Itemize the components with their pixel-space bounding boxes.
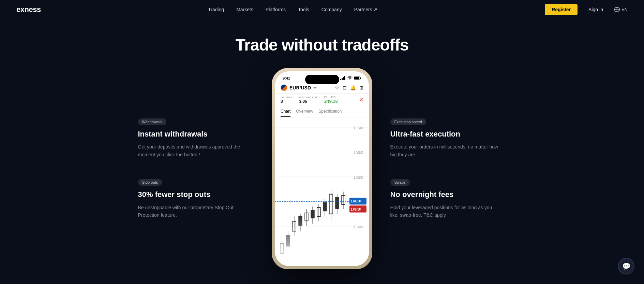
stopouts-badge: Stop outs <box>138 179 162 186</box>
close-position-button[interactable]: ✕ <box>359 97 363 103</box>
volume-label: VOLUME, LOT <box>299 96 317 99</box>
execution-title: Ultra-fast execution <box>390 129 506 139</box>
nav-partners[interactable]: Partners ↗ <box>354 7 378 12</box>
svg-text:1.05780: 1.05780 <box>354 175 363 180</box>
battery-icon <box>354 76 361 80</box>
dropdown-icon[interactable] <box>313 86 317 90</box>
feature-swaps: Swaps No overnight fees Hold your levera… <box>390 179 506 219</box>
pnl-value: 249.18 <box>324 99 338 104</box>
nav-markets[interactable]: Markets <box>236 7 253 12</box>
phone-mockup: 9:41 <box>268 68 377 269</box>
bell-icon[interactable]: 🔔 <box>350 85 356 90</box>
left-features: Withdrawals Instant withdrawals Get your… <box>138 118 268 219</box>
pnl-col: P/L, USD 249.18 <box>324 96 338 104</box>
svg-text:1.06780: 1.06780 <box>354 151 363 155</box>
language-selector[interactable]: EN <box>614 6 628 13</box>
execution-badge: Execution speed <box>390 118 426 125</box>
nav-platforms[interactable]: Platforms <box>266 7 286 12</box>
header-icons: ☆ ⊟ 🔔 ⊞ <box>335 85 363 90</box>
svg-rect-5 <box>343 77 344 80</box>
star-icon[interactable]: ☆ <box>335 85 339 90</box>
nav-tools[interactable]: Tools <box>298 7 309 12</box>
swaps-desc: Hold your leveraged positions for as lon… <box>390 204 499 219</box>
globe-icon <box>614 6 620 13</box>
dynamic-island <box>305 75 339 84</box>
volume-value: 3.06 <box>299 99 307 104</box>
logo[interactable]: exness <box>16 5 41 14</box>
main-content: Withdrawals Instant withdrawals Get your… <box>0 61 644 284</box>
nav-trading[interactable]: Trading <box>208 7 224 12</box>
register-button[interactable]: Register <box>545 4 578 15</box>
svg-rect-8 <box>360 77 361 79</box>
execution-desc: Execute your orders in milliseconds, no … <box>390 143 499 158</box>
phone-time: 9:41 <box>283 76 290 80</box>
nav-links: Trading Markets Platforms Tools Company … <box>208 6 377 13</box>
phone-outer: 9:41 <box>272 68 372 269</box>
withdrawals-badge: Withdrawals <box>138 118 167 125</box>
svg-rect-6 <box>344 76 345 80</box>
signal-icon <box>340 76 346 80</box>
status-icons <box>340 76 361 80</box>
swaps-badge: Swaps <box>390 179 410 186</box>
orders-col: ORDERS 3 <box>281 96 292 104</box>
pair-name: EUR/USD <box>289 85 311 90</box>
candlestick-chart: 1.07780 1.06780 1.05780 1.04780 1.03780 <box>275 117 369 266</box>
hero-headline: Trade without tradeoffs <box>0 36 644 54</box>
feature-withdrawals: Withdrawals Instant withdrawals Get your… <box>138 118 254 158</box>
briefcase-icon[interactable]: ⊟ <box>343 85 347 90</box>
withdrawals-desc: Get your deposits and withdrawals approv… <box>138 143 247 158</box>
volume-col: VOLUME, LOT 3.06 <box>299 96 317 104</box>
wifi-icon <box>347 76 353 80</box>
nav-right: Register Sign in EN <box>545 4 628 15</box>
tab-chart[interactable]: Chart <box>281 106 290 117</box>
swaps-title: No overnight fees <box>390 190 506 200</box>
right-features: Execution speed Ultra-fast execution Exe… <box>377 118 506 219</box>
nav-company[interactable]: Company <box>321 7 342 12</box>
phone-inner: 9:41 <box>275 71 369 266</box>
stopouts-title: 30% fewer stop outs <box>138 190 254 200</box>
orders-value: 3 <box>281 99 283 104</box>
svg-rect-9 <box>354 77 359 80</box>
chart-tabs: Chart Overview Specification <box>275 106 369 117</box>
phone-screen: 9:41 <box>275 71 369 266</box>
signin-button[interactable]: Sign in <box>582 4 610 15</box>
navbar: exness Trading Markets Platforms Tools C… <box>0 0 644 19</box>
pnl-label: P/L, USD <box>324 96 338 99</box>
feature-stopouts: Stop outs 30% fewer stop outs Be unstopp… <box>138 179 254 219</box>
pair-info: EUR/USD <box>281 84 317 91</box>
svg-rect-48 <box>275 216 369 266</box>
svg-rect-3 <box>340 79 341 80</box>
svg-rect-36 <box>323 202 327 211</box>
orders-label: ORDERS <box>281 96 292 99</box>
svg-text:1.03780: 1.03780 <box>351 207 361 211</box>
chat-icon: 💬 <box>622 262 631 270</box>
tab-overview[interactable]: Overview <box>296 106 313 117</box>
grid-icon[interactable]: ⊞ <box>359 85 363 90</box>
hero-section: Trade without tradeoffs <box>0 19 644 61</box>
withdrawals-title: Instant withdrawals <box>138 129 254 139</box>
svg-text:1.04780: 1.04780 <box>351 199 361 203</box>
lang-label: EN <box>621 7 628 12</box>
svg-rect-40 <box>335 198 339 209</box>
stopouts-desc: Be unstoppable with our proprietary Stop… <box>138 204 247 219</box>
chat-button[interactable]: 💬 <box>618 258 634 274</box>
trade-info-bar: ORDERS 3 VOLUME, LOT 3.06 P/L, USD 249.1… <box>275 93 369 106</box>
feature-execution: Execution speed Ultra-fast execution Exe… <box>390 118 506 158</box>
svg-text:1.07780: 1.07780 <box>354 126 363 130</box>
eur-usd-flag <box>281 84 287 91</box>
tab-specification[interactable]: Specification <box>318 106 342 117</box>
chart-area: 1.07780 1.06780 1.05780 1.04780 1.03780 <box>275 117 369 266</box>
svg-rect-4 <box>342 78 343 80</box>
